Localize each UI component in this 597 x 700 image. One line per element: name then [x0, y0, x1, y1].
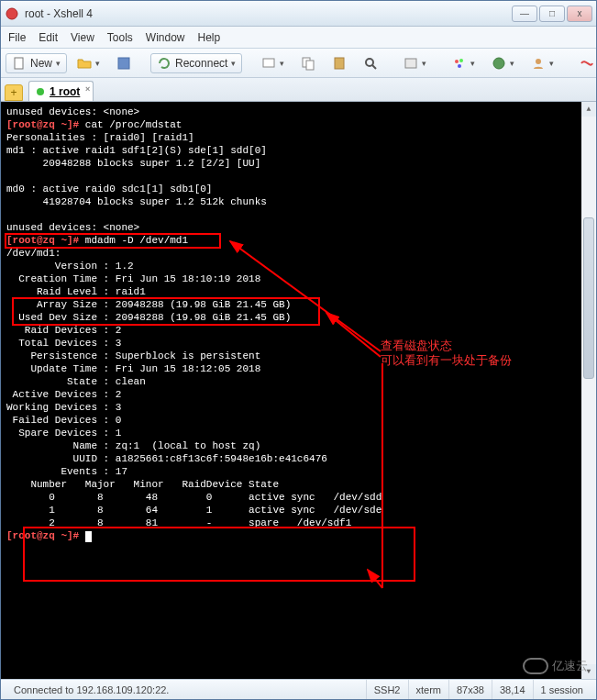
copy-icon [301, 56, 315, 71]
svg-line-8 [372, 65, 376, 69]
term-line: Active Devices : 2 [6, 388, 591, 401]
term-line: Number Major Minor RaidDevice State [6, 478, 591, 491]
toolbar: New Reconnect [1, 49, 596, 78]
term-line: unused devices: <none> [6, 221, 591, 234]
term-line: 1 8 64 1 active sync /dev/sde [6, 504, 591, 517]
prompt: [root@zq ~]# [6, 119, 85, 130]
term-line: Personalities : [raid0] [raid1] [6, 131, 591, 144]
tabbar: + 1 root × [1, 78, 596, 102]
term-line: 41928704 blocks super 1.2 512k chunks [6, 195, 591, 208]
svg-rect-1 [15, 58, 23, 69]
close-button[interactable]: x [567, 6, 592, 22]
tab-label: 1 root [50, 85, 80, 98]
term-line: /dev/md1: [6, 247, 591, 260]
cursor [85, 531, 92, 542]
svg-point-13 [493, 58, 504, 69]
svg-point-0 [6, 8, 17, 19]
globe-button[interactable] [485, 53, 521, 73]
paste-button[interactable] [326, 53, 353, 73]
term-line [6, 208, 591, 221]
save-button[interactable] [110, 53, 138, 73]
status-pos: 38,14 [492, 680, 533, 699]
svg-rect-5 [306, 61, 314, 70]
svg-point-14 [536, 59, 541, 64]
profile-button[interactable] [525, 53, 560, 73]
menu-help[interactable]: Help [198, 31, 221, 44]
titlebar: root - Xshell 4 — □ x [1, 1, 596, 27]
props-button[interactable] [397, 53, 433, 73]
statusbar: Connected to 192.168.109.120:22. SSH2 xt… [1, 679, 596, 699]
colors-button[interactable] [446, 53, 481, 73]
tab-close-button[interactable]: × [85, 84, 90, 94]
app-icon [5, 6, 19, 21]
sftp-button[interactable] [573, 53, 597, 73]
menu-window[interactable]: Window [146, 31, 185, 44]
reconnect-label: Reconnect [175, 57, 227, 70]
window-buttons: — □ x [512, 6, 592, 22]
menu-view[interactable]: View [71, 31, 94, 44]
paste-icon [332, 56, 347, 71]
term-line: 2 8 81 - spare /dev/sdf1 [6, 517, 591, 529]
term-line: Name : zq:1 (local to host zq) [6, 439, 591, 452]
term-line: [root@zq ~]# [6, 529, 591, 542]
term-line: Update Time : Fri Jun 15 18:12:05 2018 [6, 362, 591, 375]
svg-rect-3 [263, 59, 274, 67]
watermark: 亿速云 [523, 658, 588, 674]
term-line: [root@zq ~]# cat /proc/mdstat [6, 118, 591, 131]
cloud-icon [523, 658, 548, 674]
copy-button[interactable] [294, 53, 322, 73]
search-icon [363, 56, 378, 71]
new-button[interactable]: New [6, 53, 67, 73]
term-line: 0 8 48 0 active sync /dev/sdd [6, 491, 591, 504]
terminal[interactable]: unused devices: <none> [root@zq ~]# cat … [1, 102, 596, 679]
term-line: md0 : active raid0 sdc1[1] sdb1[0] [6, 183, 591, 195]
maximize-button[interactable]: □ [539, 6, 565, 22]
minimize-button[interactable]: — [512, 6, 537, 22]
screen-button[interactable] [255, 53, 291, 73]
status-connection: Connected to 192.168.109.120:22. [6, 680, 366, 699]
term-line: Creation Time : Fri Jun 15 18:10:19 2018 [6, 272, 591, 285]
menu-edit[interactable]: Edit [39, 31, 58, 44]
term-line: Version : 1.2 [6, 260, 591, 272]
app-window: root - Xshell 4 — □ x File Edit View Too… [0, 0, 597, 700]
svg-point-10 [455, 60, 459, 63]
prompt: [root@zq ~]# [6, 530, 85, 541]
red-arrow-icon [580, 56, 594, 71]
term-line: Working Devices : 3 [6, 401, 591, 414]
globe-icon [492, 56, 506, 71]
menubar: File Edit View Tools Window Help [1, 27, 596, 49]
reconnect-button[interactable]: Reconnect [150, 53, 242, 73]
menu-file[interactable]: File [8, 31, 26, 44]
watermark-text: 亿速云 [552, 658, 588, 674]
svg-point-7 [366, 59, 373, 66]
color-palette-icon [452, 56, 467, 71]
menu-tools[interactable]: Tools [107, 31, 133, 44]
term-line: md1 : active raid1 sdf1[2](S) sde[1] sdd… [6, 144, 591, 157]
term-line: Total Devices : 3 [6, 337, 591, 350]
term-line: [root@zq ~]# mdadm -D /dev/md1 [6, 234, 591, 247]
svg-line-25 [368, 570, 382, 588]
search-button[interactable] [357, 53, 384, 73]
term-line: Used Dev Size : 20948288 (19.98 GiB 21.4… [6, 311, 591, 324]
status-term: xterm [408, 680, 449, 699]
prompt: [root@zq ~]# [6, 235, 85, 246]
open-button[interactable] [71, 53, 106, 73]
svg-point-11 [459, 59, 463, 62]
term-line: Persistence : Superblock is persistent [6, 350, 591, 362]
connection-status-icon [37, 88, 44, 95]
status-size: 87x38 [448, 680, 492, 699]
new-file-icon [12, 56, 27, 71]
svg-rect-6 [335, 58, 344, 69]
screen-icon [261, 56, 276, 71]
tab-1-root[interactable]: 1 root × [28, 81, 94, 101]
command: mdadm -D /dev/md1 [85, 235, 188, 246]
term-line: Raid Devices : 2 [6, 324, 591, 337]
scroll-thumb[interactable] [583, 217, 594, 379]
term-line [6, 170, 591, 183]
status-protocol: SSH2 [366, 680, 408, 699]
terminal-scrollbar[interactable]: ▲ ▼ [581, 102, 596, 679]
add-tab-button[interactable]: + [5, 84, 23, 101]
term-line: Spare Devices : 1 [6, 427, 591, 439]
term-line: State : clean [6, 375, 591, 388]
scroll-up-icon[interactable]: ▲ [581, 102, 596, 117]
